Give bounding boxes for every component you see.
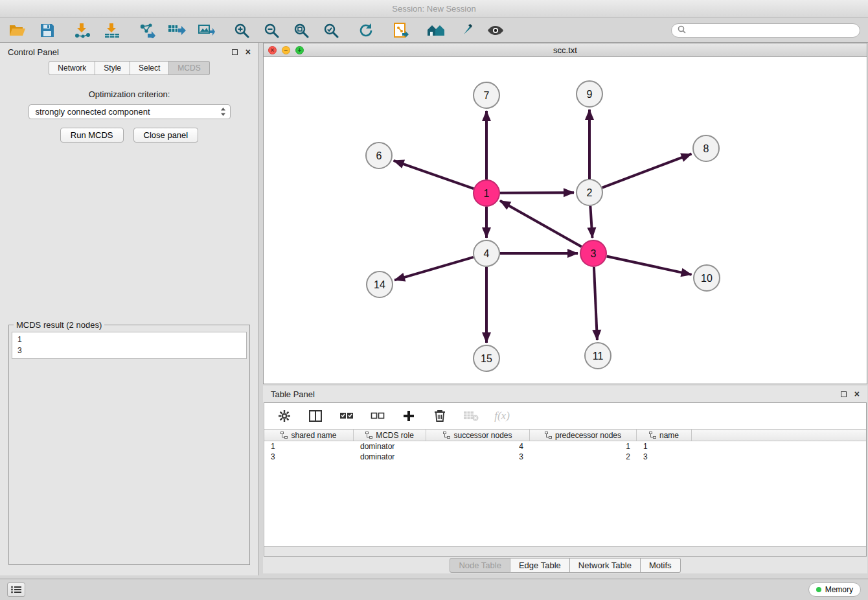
- table-cell: 3: [426, 452, 530, 462]
- column-header-name[interactable]: name: [637, 430, 692, 441]
- zoom-in-icon[interactable]: [232, 21, 251, 40]
- edge-3-10[interactable]: [607, 256, 692, 274]
- svg-text:3: 3: [591, 248, 597, 259]
- close-window-icon[interactable]: ×: [268, 46, 277, 54]
- table-cell: 1: [637, 441, 692, 452]
- tab-select[interactable]: Select: [130, 61, 169, 75]
- optimization-dropdown[interactable]: strongly connected component: [29, 104, 231, 119]
- columns-icon[interactable]: [306, 407, 325, 425]
- node-7[interactable]: 7: [474, 82, 499, 108]
- tab-network-table[interactable]: Network Table: [570, 558, 641, 573]
- export-network-icon[interactable]: [137, 21, 157, 40]
- edge-1-2[interactable]: [500, 192, 574, 193]
- node-11[interactable]: 11: [585, 343, 611, 369]
- tab-node-table[interactable]: Node Table: [450, 558, 510, 573]
- add-row-icon[interactable]: [399, 407, 418, 425]
- mcds-buttons: Run MCDS Close panel: [0, 128, 258, 143]
- column-header-MCDS-role[interactable]: MCDS role: [354, 430, 426, 441]
- select-all-icon[interactable]: [337, 407, 356, 425]
- search-box[interactable]: [671, 23, 860, 38]
- network-canvas[interactable]: 7968124314101511: [264, 57, 867, 384]
- run-mcds-button[interactable]: Run MCDS: [60, 128, 124, 143]
- column-header-predecessor-nodes[interactable]: predecessor nodes: [530, 430, 637, 441]
- table-cell: 3: [637, 452, 692, 462]
- toolbar-group: [137, 21, 216, 40]
- refresh-icon[interactable]: [356, 21, 376, 40]
- table-row[interactable]: 3dominator323: [264, 452, 866, 462]
- node-4[interactable]: 4: [474, 240, 499, 266]
- edge-4-14[interactable]: [394, 257, 474, 280]
- close-table-panel-icon[interactable]: ×: [854, 390, 860, 398]
- node-2[interactable]: 2: [577, 179, 602, 205]
- column-label: name: [659, 431, 679, 440]
- home-icon[interactable]: [426, 21, 446, 40]
- minimize-window-icon[interactable]: −: [282, 46, 290, 54]
- edge-1-6[interactable]: [394, 161, 474, 189]
- clipboard-network-icon[interactable]: [391, 21, 411, 40]
- tab-edge-table[interactable]: Edge Table: [510, 558, 570, 573]
- formula-icon: f(x): [492, 407, 512, 425]
- import-table-icon[interactable]: [102, 21, 122, 40]
- node-9[interactable]: 9: [577, 81, 602, 107]
- mcds-result-list[interactable]: 13: [12, 332, 247, 359]
- float-panel-icon[interactable]: [232, 49, 238, 55]
- column-label: predecessor nodes: [555, 431, 621, 440]
- close-panel-button[interactable]: Close panel: [133, 128, 199, 143]
- edges-layer: [394, 110, 692, 343]
- open-session-icon[interactable]: [8, 21, 27, 40]
- table-cell: 4: [426, 441, 530, 452]
- node-6[interactable]: 6: [366, 143, 392, 168]
- zoom-fit-icon[interactable]: [291, 21, 311, 40]
- column-header-successor-nodes[interactable]: successor nodes: [426, 430, 530, 441]
- search-icon: [678, 25, 686, 36]
- tab-style[interactable]: Style: [95, 61, 130, 75]
- delete-row-icon[interactable]: [430, 407, 450, 425]
- svg-text:1: 1: [484, 188, 490, 199]
- table-row[interactable]: 1dominator411: [264, 441, 866, 452]
- edge-2-8[interactable]: [602, 154, 692, 187]
- search-input[interactable]: [689, 26, 854, 35]
- toolbar-group: [232, 21, 341, 40]
- task-history-button[interactable]: [7, 583, 25, 597]
- toolbar-group: [356, 21, 376, 40]
- table-panel-title: Table Panel: [271, 389, 315, 399]
- column-header-shared-name[interactable]: shared name: [264, 430, 354, 441]
- save-session-icon[interactable]: [38, 21, 57, 40]
- node-3[interactable]: 3: [580, 240, 606, 266]
- node-1[interactable]: 1: [474, 180, 499, 206]
- memory-button[interactable]: Memory: [808, 583, 861, 597]
- eye-icon[interactable]: [486, 21, 505, 40]
- style-icon[interactable]: [456, 21, 475, 40]
- node-10[interactable]: 10: [694, 265, 720, 291]
- node-8[interactable]: 8: [693, 135, 719, 161]
- control-panel-header: Control Panel ×: [0, 43, 258, 61]
- control-panel: Control Panel × NetworkStyleSelectMCDS O…: [0, 43, 259, 575]
- main-toolbar: [0, 18, 868, 43]
- edge-3-11[interactable]: [594, 267, 597, 340]
- tab-mcds[interactable]: MCDS: [169, 61, 209, 75]
- table-cell: dominator: [354, 441, 426, 452]
- zoom-selected-icon[interactable]: [321, 21, 341, 40]
- float-table-panel-icon[interactable]: [841, 391, 847, 397]
- edge-3-1[interactable]: [500, 201, 582, 247]
- import-network-icon[interactable]: [73, 21, 92, 40]
- delete-table-icon: [461, 407, 481, 425]
- node-14[interactable]: 14: [367, 271, 393, 297]
- deselect-all-icon[interactable]: [368, 407, 387, 425]
- sort-icon: [545, 432, 552, 439]
- tab-motifs[interactable]: Motifs: [641, 558, 681, 573]
- zoom-window-icon[interactable]: +: [295, 46, 304, 54]
- tab-network[interactable]: Network: [49, 61, 95, 75]
- horizontal-scrollbar[interactable]: [264, 546, 866, 556]
- gear-icon[interactable]: [275, 407, 294, 425]
- close-panel-icon[interactable]: ×: [246, 48, 251, 56]
- zoom-out-icon[interactable]: [262, 21, 281, 40]
- sort-icon: [365, 432, 372, 439]
- node-15[interactable]: 15: [474, 345, 499, 371]
- export-image-icon[interactable]: [197, 21, 216, 40]
- control-panel-title: Control Panel: [8, 47, 59, 57]
- edge-2-3[interactable]: [590, 206, 592, 238]
- network-table-icon[interactable]: [167, 21, 187, 40]
- svg-text:11: 11: [593, 351, 604, 362]
- svg-text:9: 9: [587, 89, 593, 100]
